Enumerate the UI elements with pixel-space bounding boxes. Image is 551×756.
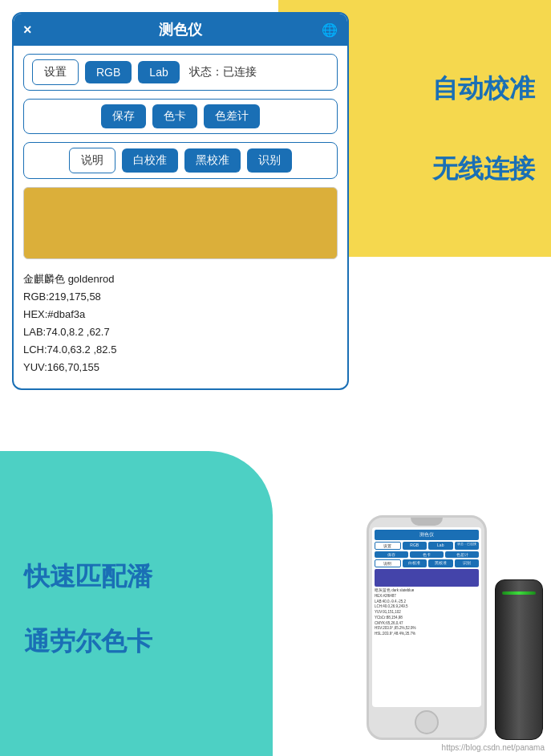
cylinder-ring <box>502 591 536 595</box>
color-hex: HEX:#dbaf3a <box>23 306 338 323</box>
mini-color-box <box>375 569 479 587</box>
mini-row-3: 说明 白校准 黑校准 识别 <box>375 559 479 567</box>
identify-button[interactable]: 识别 <box>247 148 292 173</box>
status-text: 状态：已连接 <box>189 65 257 79</box>
phone-device-group: 测色仪 设置 RGB Lab 状态：已连接 保存 色卡 色差计 说明 白校准 黑… <box>367 515 543 740</box>
color-card-button[interactable]: 色卡 <box>152 104 197 128</box>
color-name: 金麒麟色 goldenrod <box>23 270 338 288</box>
settings-button[interactable]: 设置 <box>32 59 79 85</box>
color-diff-button[interactable]: 色差计 <box>204 104 260 128</box>
lab-button[interactable]: Lab <box>138 61 179 83</box>
phone-device-body: 测色仪 设置 RGB Lab 状态：已连接 保存 色卡 色差计 说明 白校准 黑… <box>367 515 487 740</box>
mini-identify: 识别 <box>455 559 480 567</box>
black-cal-button[interactable]: 黑校准 <box>184 148 241 173</box>
app-title: 测色仪 <box>159 20 202 39</box>
panel-body: 设置 RGB Lab 状态：已连接 保存 色卡 色差计 说明 白校准 黑校准 识… <box>14 46 347 388</box>
label-auto-calibrate: 自动校准 <box>432 72 535 106</box>
mini-black-cal: 黑校准 <box>428 559 453 567</box>
color-lab: LAB:74.0,8.2 ,62.7 <box>23 323 338 341</box>
mini-row-2: 保存 色卡 色差计 <box>375 551 479 558</box>
save-button[interactable]: 保存 <box>101 104 146 128</box>
phone-panel: × 测色仪 🌐 设置 RGB Lab 状态：已连接 保存 色卡 色差计 说明 白… <box>12 12 349 390</box>
color-rgb: RGB:219,175,58 <box>23 288 338 306</box>
explain-button[interactable]: 说明 <box>69 148 115 173</box>
bg-bottom-left <box>0 451 273 756</box>
color-lch: LCH:74.0,63.2 ,82.5 <box>23 341 338 359</box>
phone-home-button[interactable] <box>415 710 439 734</box>
mini-rgb: RGB <box>403 542 427 550</box>
mini-status: 状态：已连接 <box>455 542 480 550</box>
white-cal-button[interactable]: 白校准 <box>122 148 178 173</box>
color-preview <box>23 187 338 259</box>
watermark: https://blog.csdn.net/panama <box>442 743 545 752</box>
mini-settings: 设置 <box>375 542 401 550</box>
mini-card: 色卡 <box>410 551 444 558</box>
rgb-button[interactable]: RGB <box>85 61 132 83</box>
color-yuv: YUV:166,70,155 <box>23 359 338 376</box>
label-pantone: 通劳尔色卡 <box>24 624 152 660</box>
color-info: 金麒麟色 goldenrod RGB:219,175,58 HEX:#dbaf3… <box>23 267 338 380</box>
mini-lab: Lab <box>428 542 453 550</box>
wifi-icon: 🌐 <box>322 22 338 38</box>
phone-notch <box>411 518 443 526</box>
close-icon[interactable]: × <box>23 22 32 39</box>
toolbar-row-1: 设置 RGB Lab 状态：已连接 <box>23 54 338 91</box>
mini-save: 保存 <box>375 551 408 558</box>
label-fast-match: 快速匹配潘 <box>24 557 152 595</box>
mini-header: 测色仪 <box>375 530 479 540</box>
phone-device-screen: 测色仪 设置 RGB Lab 状态：已连接 保存 色卡 色差计 说明 白校准 黑… <box>372 527 481 707</box>
mini-color-info: 暗灰蓝色 dark slateblue HEX:#2f6487 LAB:40.0… <box>375 588 479 637</box>
mini-row-1: 设置 RGB Lab 状态：已连接 <box>375 542 479 550</box>
toolbar-row-2: 保存 色卡 色差计 <box>23 99 338 134</box>
mini-explain: 说明 <box>375 559 401 567</box>
panel-header: × 测色仪 🌐 <box>14 14 347 46</box>
toolbar-row-3: 说明 白校准 黑校准 识别 <box>23 142 338 179</box>
cylinder-device <box>495 579 543 740</box>
mini-white-cal: 白校准 <box>403 559 427 567</box>
mini-diff: 色差计 <box>445 551 479 558</box>
label-wireless-connect: 无线连接 <box>432 152 535 186</box>
